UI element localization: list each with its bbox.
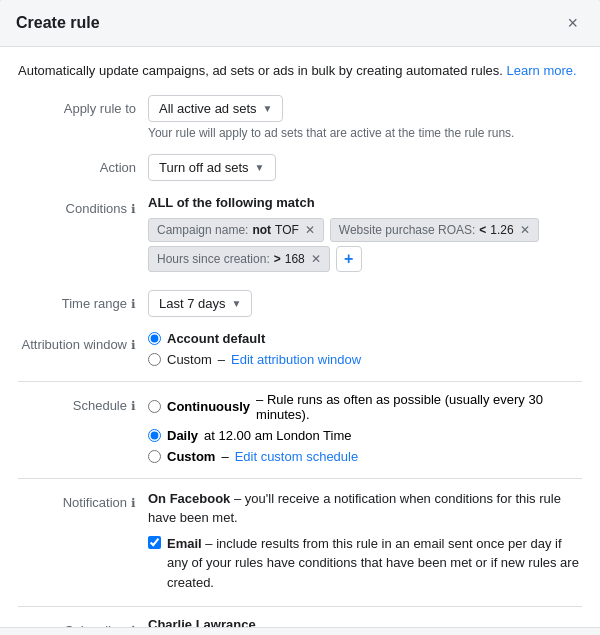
attribution-radio-custom[interactable] (148, 353, 161, 366)
tag-hours-close[interactable]: ✕ (311, 252, 321, 266)
attribution-info-icon[interactable]: ℹ (131, 338, 136, 352)
conditions-match: ALL of the following match (148, 195, 582, 210)
subscriber-name: Charlie Lawrance (148, 617, 256, 627)
time-range-arrow-icon: ▼ (232, 298, 242, 309)
time-range-info-icon[interactable]: ℹ (131, 297, 136, 311)
action-content: Turn off ad sets ▼ (148, 154, 582, 181)
apply-rule-select[interactable]: All active ad sets ▼ (148, 95, 283, 122)
conditions-label: Conditions ℹ (18, 195, 148, 216)
schedule-options: Continuously – Rule runs as often as pos… (148, 392, 582, 464)
create-rule-modal: Create rule × Automatically update campa… (0, 0, 600, 635)
modal-footer: Cancel Create (0, 627, 600, 635)
apply-rule-content: All active ad sets ▼ Your rule will appl… (148, 95, 582, 140)
action-select[interactable]: Turn off ad sets ▼ (148, 154, 276, 181)
notification-label: Notification ℹ (18, 489, 148, 510)
notification-email-row: Email – include results from this rule i… (148, 534, 582, 593)
conditions-tags: Campaign name: not TOF ✕ Website purchas… (148, 218, 582, 242)
divider3 (18, 606, 582, 607)
close-button[interactable]: × (561, 12, 584, 34)
apply-rule-label: Apply rule to (18, 95, 148, 116)
add-condition-button[interactable]: + (336, 246, 362, 272)
schedule-radio-continuously[interactable] (148, 400, 161, 413)
divider (18, 381, 582, 382)
tag-campaign-close[interactable]: ✕ (305, 223, 315, 237)
notification-on-facebook: On Facebook – you'll receive a notificat… (148, 489, 582, 528)
schedule-radio-custom[interactable] (148, 450, 161, 463)
apply-rule-row: Apply rule to All active ad sets ▼ Your … (18, 95, 582, 140)
attribution-options: Account default Custom – Edit attributio… (148, 331, 582, 367)
divider2 (18, 478, 582, 479)
schedule-radio-daily[interactable] (148, 429, 161, 442)
subscriber-row: Subscriber ℹ Charlie Lawrance (18, 617, 582, 627)
conditions-info-icon[interactable]: ℹ (131, 202, 136, 216)
attribution-radio-default[interactable] (148, 332, 161, 345)
tag-roas: Website purchase ROAS: < 1.26 ✕ (330, 218, 539, 242)
schedule-content: Continuously – Rule runs as often as pos… (148, 392, 582, 464)
time-range-label: Time range ℹ (18, 290, 148, 311)
schedule-custom: Custom – Edit custom schedule (148, 449, 582, 464)
attribution-option-custom: Custom – Edit attribution window (148, 352, 582, 367)
subscriber-label: Subscriber ℹ (18, 617, 148, 627)
attribution-option-default: Account default (148, 331, 582, 346)
modal-title: Create rule (16, 14, 100, 32)
action-label: Action (18, 154, 148, 175)
conditions-content: ALL of the following match Campaign name… (148, 195, 582, 276)
schedule-daily: Daily at 12.00 am London Time (148, 428, 582, 443)
modal-header: Create rule × (0, 0, 600, 47)
action-row: Action Turn off ad sets ▼ (18, 154, 582, 181)
schedule-row: Schedule ℹ Continuously – Rule runs as o… (18, 392, 582, 464)
learn-more-link[interactable]: Learn more. (507, 63, 577, 78)
schedule-info-icon[interactable]: ℹ (131, 399, 136, 413)
apply-rule-arrow-icon: ▼ (263, 103, 273, 114)
modal-body: Automatically update campaigns, ad sets … (0, 47, 600, 627)
notification-email-text: Email – include results from this rule i… (167, 534, 582, 593)
conditions-row: Conditions ℹ ALL of the following match … (18, 195, 582, 276)
subscriber-info-icon[interactable]: ℹ (131, 624, 136, 627)
subscriber-content: Charlie Lawrance (148, 617, 582, 627)
attribution-label: Attribution window ℹ (18, 331, 148, 352)
time-range-row: Time range ℹ Last 7 days ▼ (18, 290, 582, 317)
description-text: Automatically update campaigns, ad sets … (18, 61, 582, 81)
time-range-select[interactable]: Last 7 days ▼ (148, 290, 252, 317)
tag-hours: Hours since creation: > 168 ✕ (148, 246, 330, 272)
schedule-label: Schedule ℹ (18, 392, 148, 413)
edit-attribution-link[interactable]: Edit attribution window (231, 352, 361, 367)
notification-email-checkbox[interactable] (148, 536, 161, 549)
schedule-continuously: Continuously – Rule runs as often as pos… (148, 392, 582, 422)
time-range-content: Last 7 days ▼ (148, 290, 582, 317)
attribution-row: Attribution window ℹ Account default Cus… (18, 331, 582, 367)
tag-campaign-name: Campaign name: not TOF ✕ (148, 218, 324, 242)
notification-row: Notification ℹ On Facebook – you'll rece… (18, 489, 582, 593)
notification-info-icon[interactable]: ℹ (131, 496, 136, 510)
attribution-content: Account default Custom – Edit attributio… (148, 331, 582, 367)
conditions-tags-row2: Hours since creation: > 168 ✕ + (148, 246, 582, 272)
tag-roas-close[interactable]: ✕ (520, 223, 530, 237)
apply-rule-helper: Your rule will apply to ad sets that are… (148, 126, 582, 140)
edit-schedule-link[interactable]: Edit custom schedule (235, 449, 359, 464)
notification-content: On Facebook – you'll receive a notificat… (148, 489, 582, 593)
action-arrow-icon: ▼ (255, 162, 265, 173)
